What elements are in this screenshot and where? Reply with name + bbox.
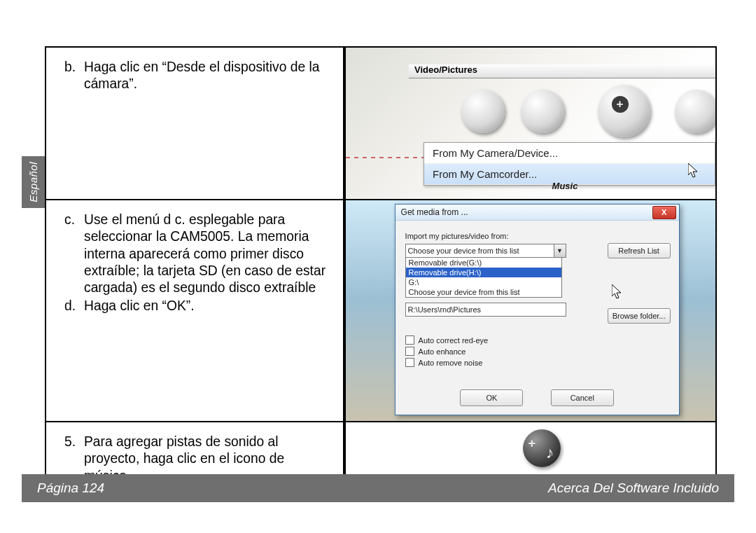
plus-icon: + [612, 96, 629, 113]
step-d-bullet: d. [64, 298, 84, 314]
music-label: Music [552, 181, 578, 191]
checkbox-box-icon [405, 347, 414, 356]
option-g-drive[interactable]: G:\ [406, 277, 561, 287]
language-tab: Español [22, 156, 45, 208]
step-cd-text-cell: c. Use el menú d c. esplegable para sele… [46, 200, 344, 422]
option-removable-h[interactable]: Removable drive(H:\) [406, 268, 561, 277]
round-button-add[interactable]: + [598, 85, 650, 137]
screenshot-music-icon: + ♪ [344, 422, 715, 474]
option-removable-g[interactable]: Removable drive(G:\) [406, 258, 561, 268]
context-menu: From My Camera/Device... From My Camcord… [424, 142, 715, 186]
menu-from-camera-device[interactable]: From My Camera/Device... [424, 143, 715, 164]
step-b-text-cell: b. Haga clic en “Desde el dispositivo de… [46, 47, 344, 200]
round-button-1[interactable] [461, 90, 505, 133]
cursor-icon [688, 163, 700, 179]
instruction-table: b. Haga clic en “Desde el dispositivo de… [45, 46, 717, 498]
language-label: Español [27, 162, 39, 202]
close-button[interactable]: X [652, 206, 676, 219]
checkbox-redeye[interactable]: Auto correct red-eye [405, 335, 669, 345]
screenshot-video-pictures: Video/Pictures + From My Camera/Device..… [344, 48, 715, 199]
checkbox-noise[interactable]: Auto remove noise [405, 358, 669, 367]
browse-folder-button[interactable]: Browse folder... [608, 308, 671, 324]
checkbox-box-icon [405, 358, 414, 367]
refresh-list-button[interactable]: Refresh List [608, 243, 671, 258]
cursor-icon [612, 284, 624, 303]
add-music-button[interactable]: + ♪ [523, 429, 561, 467]
step-c-bullet: c. [64, 212, 84, 297]
path-field[interactable]: R:\Users\rnd\Pictures [405, 303, 566, 317]
combobox-value: Choose your device from this list [408, 247, 519, 255]
chevron-down-icon: ▼ [554, 244, 566, 257]
vp-header: Video/Pictures [409, 64, 715, 78]
dialog-get-media: Get media from ... X Import my pictures/… [395, 204, 680, 415]
page-footer: Página 124 Acerca Del Software Incluido [22, 474, 734, 502]
device-combobox[interactable]: Choose your device from this list ▼ [405, 244, 566, 258]
checkbox-box-icon [405, 335, 414, 345]
import-label: Import my pictures/video from: [405, 232, 669, 240]
music-note-icon: ♪ [546, 443, 554, 462]
device-listbox[interactable]: Removable drive(G:\) Removable drive(H:\… [405, 258, 562, 298]
section-title: Acerca Del Software Incluido [548, 474, 719, 502]
step-b-bullet: b. [64, 59, 84, 93]
page-number: Página 124 [37, 480, 104, 495]
step-c-body: Use el menú d c. esplegable para selecci… [84, 212, 333, 297]
step-b-body: Haga clic en “Desde el dispositivo de la… [84, 59, 333, 93]
screenshot-get-media-dialog: Get media from ... X Import my pictures/… [344, 200, 715, 421]
dialog-titlebar: Get media from ... X [396, 205, 679, 221]
round-button-4[interactable] [675, 90, 715, 133]
step-d-body: Haga clic en “OK”. [84, 298, 333, 314]
dialog-title: Get media from ... [401, 207, 468, 217]
option-choose[interactable]: Choose your device from this list [406, 287, 561, 297]
plus-icon: + [528, 436, 536, 451]
cancel-button[interactable]: Cancel [551, 389, 614, 406]
round-button-2[interactable] [521, 90, 564, 133]
ok-button[interactable]: OK [460, 389, 523, 406]
checkbox-enhance[interactable]: Auto enhance [405, 347, 669, 356]
